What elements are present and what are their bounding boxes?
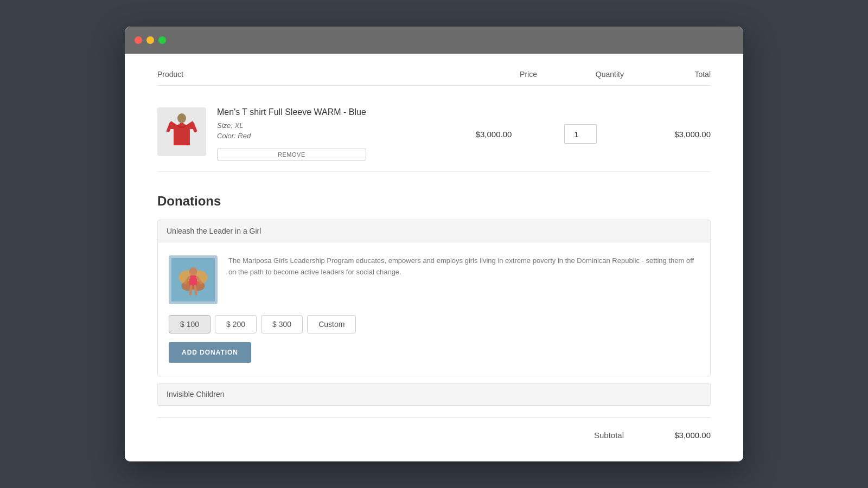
- svg-line-15: [195, 286, 196, 294]
- donation-description-1: The Mariposa Girls Leadership Program ed…: [228, 255, 699, 304]
- header-product: Product: [157, 70, 450, 79]
- donations-title: Donations: [157, 194, 711, 209]
- donation-image-1: [169, 255, 218, 304]
- product-info: Men's T shirt Full Sleeve WARM - Blue Si…: [157, 107, 450, 160]
- browser-window: Product Price Quantity Total: [125, 27, 743, 461]
- title-bar: [125, 27, 743, 54]
- maximize-button[interactable]: [158, 36, 166, 44]
- donations-section: Donations Unleash the Leader in a Girl: [157, 194, 711, 406]
- donation-card-1: Unleash the Leader in a Girl: [157, 220, 711, 376]
- donation-amounts-1: $ 100 $ 200 $ 300 Custom: [169, 315, 699, 333]
- subtotal-label: Subtotal: [594, 431, 624, 440]
- svg-line-14: [190, 286, 192, 294]
- minimize-button[interactable]: [146, 36, 154, 44]
- donation-body-1: The Mariposa Girls Leadership Program ed…: [158, 242, 710, 376]
- quantity-input[interactable]: [564, 124, 597, 144]
- header-price: Price: [450, 70, 537, 79]
- page-content: Product Price Quantity Total: [125, 54, 743, 461]
- donation-image-desc: The Mariposa Girls Leadership Program ed…: [169, 255, 699, 304]
- amount-btn-custom[interactable]: Custom: [307, 315, 356, 333]
- amount-btn-100[interactable]: $ 100: [169, 315, 210, 333]
- close-button[interactable]: [135, 36, 142, 44]
- cart-item-row: Men's T shirt Full Sleeve WARM - Blue Si…: [157, 97, 711, 172]
- header-quantity: Quantity: [537, 70, 624, 79]
- add-donation-button[interactable]: ADD DONATION: [169, 342, 251, 363]
- donation-header-1[interactable]: Unleash the Leader in a Girl: [158, 220, 710, 242]
- subtotal-row: Subtotal $3,000.00: [157, 417, 711, 440]
- donation-card-2: Invisible Children: [157, 383, 711, 406]
- product-details: Men's T shirt Full Sleeve WARM - Blue Si…: [217, 107, 366, 160]
- subtotal-value: $3,000.00: [656, 431, 711, 440]
- amount-btn-300[interactable]: $ 300: [261, 315, 303, 333]
- remove-button[interactable]: REMOVE: [217, 149, 366, 160]
- product-name: Men's T shirt Full Sleeve WARM - Blue: [217, 107, 366, 117]
- svg-point-2: [177, 113, 186, 123]
- svg-point-10: [189, 267, 197, 276]
- donation-header-2[interactable]: Invisible Children: [158, 383, 710, 406]
- product-size: Size: XL: [217, 121, 366, 130]
- item-price: $3,000.00: [450, 130, 537, 139]
- product-image: [157, 107, 206, 156]
- table-header: Product Price Quantity Total: [157, 70, 711, 86]
- product-color: Color: Red: [217, 132, 366, 140]
- header-total: Total: [624, 70, 711, 79]
- item-total: $3,000.00: [624, 130, 711, 139]
- amount-btn-200[interactable]: $ 200: [215, 315, 257, 333]
- item-quantity-cell: [537, 124, 624, 144]
